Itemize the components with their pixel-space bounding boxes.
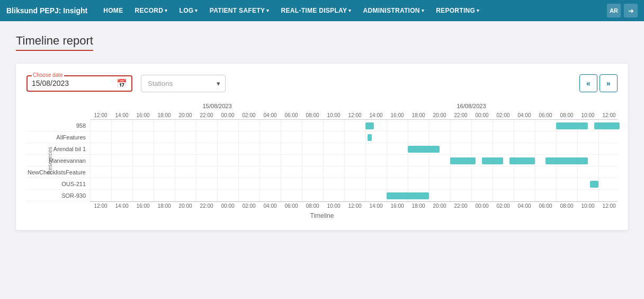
grid-cell bbox=[598, 131, 620, 143]
user-icon-btn[interactable]: AR bbox=[607, 4, 621, 17]
grid-cell bbox=[535, 143, 556, 155]
nav-admin[interactable]: ADMINISTRATION ▾ bbox=[358, 4, 430, 17]
footer-time-cell: 02:00 bbox=[493, 202, 514, 209]
logout-icon-btn[interactable]: ➜ bbox=[624, 4, 638, 17]
date-picker-label: Choose date bbox=[32, 72, 64, 78]
grid-cell bbox=[471, 178, 493, 190]
row-label: SOR-930 bbox=[26, 190, 90, 201]
grid-cell bbox=[387, 131, 408, 143]
grid-cell bbox=[493, 190, 514, 201]
grid-cell bbox=[408, 120, 429, 131]
grid-cell bbox=[175, 155, 196, 166]
nav-reporting[interactable]: REPORTING ▾ bbox=[431, 4, 485, 17]
gantt-bar bbox=[365, 122, 374, 129]
grid-cell bbox=[344, 155, 365, 166]
grid-cell bbox=[387, 178, 408, 190]
grid-cell bbox=[175, 178, 196, 190]
grid-cell bbox=[514, 131, 535, 143]
grid-cell bbox=[260, 120, 281, 131]
stations-select[interactable]: Stations bbox=[141, 75, 226, 92]
row-grid bbox=[90, 178, 620, 190]
row-grid bbox=[90, 120, 620, 131]
grid-cell bbox=[429, 190, 450, 201]
grid-cell bbox=[302, 190, 323, 201]
grid-cell bbox=[90, 131, 111, 143]
prev-btn[interactable]: « bbox=[579, 74, 597, 92]
grid-cell bbox=[577, 190, 598, 201]
gantt-bar bbox=[545, 157, 588, 164]
grid-cell bbox=[598, 178, 620, 190]
ps-caret: ▾ bbox=[266, 8, 269, 13]
grid-cell bbox=[260, 155, 281, 166]
nav-home[interactable]: HOME bbox=[98, 4, 128, 17]
grid-cell bbox=[132, 120, 154, 131]
grid-cell bbox=[238, 143, 260, 155]
grid-cell bbox=[281, 155, 302, 166]
grid-cell bbox=[471, 166, 493, 178]
time-header-cell: 12:00 bbox=[344, 112, 365, 119]
grid-cell bbox=[323, 178, 344, 190]
grid-cell bbox=[132, 178, 154, 190]
grid-cell bbox=[598, 190, 620, 201]
gantt-bar bbox=[368, 134, 372, 141]
time-header-cell: 20:00 bbox=[175, 112, 196, 119]
row-label: OUS-211 bbox=[26, 178, 90, 189]
grid-cell bbox=[302, 166, 323, 178]
rt-caret: ▾ bbox=[348, 8, 351, 13]
grid-cell bbox=[90, 143, 111, 155]
grid-cell bbox=[556, 143, 577, 155]
grid-cell bbox=[514, 166, 535, 178]
footer-time-cell: 08:00 bbox=[302, 202, 323, 209]
footer-time-cell: 12:00 bbox=[90, 202, 111, 209]
grid-cell bbox=[302, 155, 323, 166]
grid-cell bbox=[154, 155, 175, 166]
nav-patient-safety[interactable]: PATIENT SAFETY ▾ bbox=[204, 4, 275, 17]
time-header-cell: 22:00 bbox=[450, 112, 471, 119]
grid-cell bbox=[196, 120, 217, 131]
nav-realtime[interactable]: REAL-TIME DISPLAY ▾ bbox=[276, 4, 357, 17]
row-grid bbox=[90, 155, 620, 166]
time-header-cell: 20:00 bbox=[429, 112, 450, 119]
grid-cell bbox=[429, 155, 450, 166]
time-header-cell: 00:00 bbox=[471, 112, 493, 119]
footer-time-cell: 16:00 bbox=[132, 202, 154, 209]
footer-time-cell: 06:00 bbox=[535, 202, 556, 209]
gantt-bar bbox=[556, 122, 588, 129]
calendar-icon[interactable]: 📅 bbox=[117, 78, 127, 89]
grid-cell bbox=[260, 190, 281, 201]
footer-time-cell: 16:00 bbox=[387, 202, 408, 209]
grid-cell bbox=[408, 155, 429, 166]
grid-cell bbox=[196, 166, 217, 178]
log-caret: ▾ bbox=[195, 8, 198, 13]
grid-cell bbox=[260, 166, 281, 178]
grid-cell bbox=[302, 178, 323, 190]
grid-cell bbox=[132, 131, 154, 143]
row-grid bbox=[90, 166, 620, 178]
date-value: 15/08/2023 bbox=[32, 79, 69, 87]
grid-cell bbox=[281, 166, 302, 178]
date-picker-wrapper[interactable]: Choose date 15/08/2023 📅 bbox=[26, 75, 132, 92]
next-btn[interactable]: » bbox=[600, 74, 618, 92]
gantt-time-header: 12:0014:0016:0018:0020:0022:0000:0002:00… bbox=[90, 112, 618, 120]
time-header-cell: 02:00 bbox=[493, 112, 514, 119]
grid-cell bbox=[535, 131, 556, 143]
gantt-bar bbox=[509, 157, 535, 164]
footer-time-cell: 18:00 bbox=[154, 202, 175, 209]
time-header-cell: 18:00 bbox=[154, 112, 175, 119]
grid-cell bbox=[514, 120, 535, 131]
row-grid bbox=[90, 190, 620, 201]
nav-log[interactable]: LOG ▾ bbox=[174, 4, 203, 17]
grid-cell bbox=[302, 120, 323, 131]
grid-cell bbox=[111, 190, 132, 201]
grid-cell bbox=[323, 190, 344, 201]
grid-cell bbox=[132, 143, 154, 155]
grid-cell bbox=[471, 143, 493, 155]
grid-cell bbox=[365, 166, 387, 178]
grid-cell bbox=[408, 178, 429, 190]
grid-cell bbox=[429, 166, 450, 178]
time-header-cell: 06:00 bbox=[535, 112, 556, 119]
time-header-cell: 12:00 bbox=[598, 112, 620, 119]
grid-cell bbox=[154, 178, 175, 190]
grid-cell bbox=[132, 190, 154, 201]
nav-record[interactable]: RECORD ▾ bbox=[129, 4, 173, 17]
